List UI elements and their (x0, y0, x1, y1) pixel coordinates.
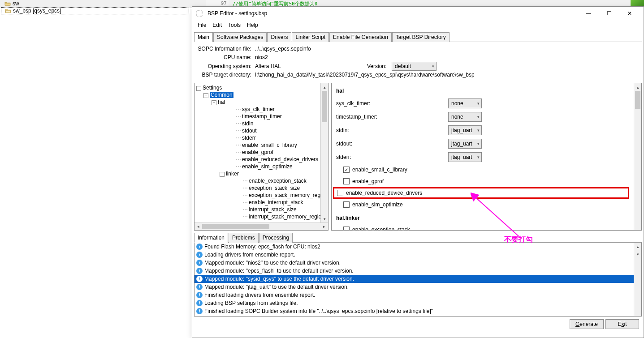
collapse-icon[interactable]: − (220, 172, 225, 177)
log-row[interactable]: iMapped module: "jtag_uart" to use the d… (194, 283, 634, 291)
property-row: timestamp_timer:none (336, 110, 629, 124)
checkbox[interactable] (343, 167, 350, 173)
info-icon: i (196, 308, 203, 314)
tree-leaf[interactable]: ⋯enable_interrupt_stack (195, 199, 320, 206)
log-row[interactable]: iLoading drivers from ensemble report. (194, 251, 634, 259)
property-select[interactable]: jtag_uart (448, 139, 482, 149)
collapse-icon[interactable]: − (196, 86, 201, 91)
generate-button[interactable]: Generate (570, 319, 604, 329)
property-label: timestamp_timer: (336, 114, 448, 120)
tree-node-linker[interactable]: −linker (195, 170, 320, 177)
main-tab-bar: Main Software Packages Drivers Linker Sc… (194, 32, 642, 42)
tree-leaf[interactable]: ⋯stdin (195, 120, 320, 127)
tab-target-bsp-directory[interactable]: Target BSP Directory (392, 32, 450, 42)
log-row[interactable]: iMapped module: "epcs_flash" to use the … (194, 267, 634, 275)
tab-drivers[interactable]: Drivers (267, 32, 291, 42)
checkbox-label: enable_reduced_device_drivers (346, 190, 422, 196)
info-icon: i (196, 244, 203, 250)
settings-tree[interactable]: −Settings −Common −hal ⋯sys_clk_timer⋯ti… (194, 83, 320, 222)
decorative-corner (631, 0, 644, 6)
checkbox[interactable] (343, 201, 350, 208)
log-row[interactable]: iFinished loading drivers from ensemble … (194, 291, 634, 299)
tree-leaf[interactable]: ⋯interrupt_stack_memory_region_n… (195, 213, 320, 220)
log-row[interactable]: iMapped module: "sysid_qsys" to use the … (194, 275, 634, 283)
log-row[interactable]: iFinished loading SOPC Builder system in… (194, 307, 634, 315)
log-row[interactable]: iFound Flash Memory: epcs_flash for CPU:… (194, 243, 634, 251)
tree-leaf[interactable]: ⋯stderr (195, 134, 320, 141)
property-row: stdout:jtag_uart (336, 137, 629, 150)
property-select[interactable]: none (448, 98, 482, 108)
collapse-icon[interactable]: − (212, 100, 216, 105)
title-bar[interactable]: BSP Editor - settings.bsp — ☐ ✕ (192, 7, 644, 20)
tree-node-hal[interactable]: −hal (195, 98, 320, 106)
tab-enable-file-generation[interactable]: Enable File Generation (329, 32, 392, 42)
menu-file[interactable]: File (195, 21, 209, 29)
tab-software-packages[interactable]: Software Packages (213, 32, 267, 42)
project-tree-item[interactable]: sw (1, 0, 189, 7)
project-tree-label: sw (13, 0, 19, 7)
tree-connector-icon: ⋯ (242, 192, 249, 199)
checkbox[interactable] (337, 190, 343, 196)
tab-processing[interactable]: Processing (259, 233, 293, 243)
property-row: stdin:jtag_uart (336, 124, 629, 137)
collapse-icon[interactable]: − (203, 93, 208, 98)
tree-leaf[interactable]: ⋯stdout (195, 127, 320, 134)
tab-linker-script[interactable]: Linker Script (292, 32, 329, 42)
project-tree-item-selected[interactable]: sw_bsp [qsys_epcs] (1, 7, 189, 14)
menu-tools[interactable]: Tools (225, 21, 243, 29)
property-checkbox-row: enable_exception_stack (336, 224, 629, 230)
version-select[interactable]: default (392, 62, 437, 71)
folder-icon (4, 1, 11, 6)
info-icon: i (196, 300, 203, 306)
tree-leaf[interactable]: ⋯timestamp_timer (195, 113, 320, 120)
tab-main[interactable]: Main (194, 32, 213, 42)
property-select[interactable]: jtag_uart (448, 125, 482, 135)
close-button[interactable]: ✕ (619, 7, 640, 20)
vertical-scrollbar[interactable]: ▴ ▾ (320, 83, 328, 222)
menu-edit[interactable]: Edit (210, 21, 225, 29)
tree-leaf[interactable]: ⋯exception_stack_memory_region_… (195, 192, 320, 199)
log-content[interactable]: iFound Flash Memory: epcs_flash for CPU:… (194, 243, 634, 316)
tree-connector-icon: ⋯ (236, 163, 242, 170)
tab-problems[interactable]: Problems (229, 233, 259, 243)
project-tree: sw sw_bsp [qsys_epcs] (1, 0, 189, 14)
tree-leaf[interactable]: ⋯interrupt_stack_size (195, 206, 320, 213)
vertical-scrollbar[interactable]: ▴ ▾ (634, 83, 641, 230)
checkbox[interactable] (343, 178, 350, 184)
tab-information[interactable]: Information (194, 233, 228, 243)
menu-help[interactable]: Help (244, 21, 261, 29)
hal-header: hal (336, 88, 629, 94)
log-row[interactable]: iMapped module: "nios2" to use the defau… (194, 259, 634, 267)
minimize-button[interactable]: — (578, 7, 599, 20)
property-select[interactable]: jtag_uart (448, 152, 482, 162)
tree-leaf[interactable]: ⋯enable_sim_optimize (195, 163, 320, 170)
bsp-editor-window: BSP Editor - settings.bsp — ☐ ✕ File Edi… (192, 6, 644, 338)
tree-node-settings[interactable]: −Settings (195, 84, 320, 91)
property-checkbox-row: enable_gprof (336, 175, 629, 187)
log-message: Finished loading drivers from ensemble r… (204, 292, 315, 298)
exit-button[interactable]: Exit (605, 319, 639, 329)
tree-connector-icon: ⋯ (236, 120, 242, 127)
property-row: stderr:jtag_uart (336, 150, 629, 164)
checkbox[interactable] (343, 227, 350, 230)
property-value: jtag_uart (451, 154, 472, 160)
settings-tree-panel: −Settings −Common −hal ⋯sys_clk_timer⋯ti… (194, 83, 328, 231)
window-title: BSP Editor - settings.bsp (207, 10, 578, 17)
log-message: Loading BSP settings from settings file. (204, 300, 298, 306)
log-row[interactable]: iLoading BSP settings from settings file… (194, 299, 634, 307)
property-select[interactable]: none (448, 112, 482, 122)
os-label: Operating system: (197, 62, 255, 71)
maximize-button[interactable]: ☐ (599, 7, 619, 20)
tree-leaf[interactable]: ⋯enable_small_c_library (195, 141, 320, 149)
tree-node-common[interactable]: −Common (195, 91, 320, 98)
tree-leaf[interactable]: ⋯exception_stack_size (195, 184, 320, 192)
version-value: default (395, 62, 411, 71)
property-label: sys_clk_timer: (336, 100, 448, 107)
tree-leaf[interactable]: ⋯sys_clk_timer (195, 106, 320, 113)
vertical-scrollbar[interactable]: ▴ ▾ (634, 243, 641, 316)
tree-leaf[interactable]: ⋯enable_exception_stack (195, 177, 320, 184)
tree-leaf[interactable]: ⋯enable_reduced_device_drivers (195, 156, 320, 163)
tree-leaf[interactable]: ⋯enable_gprof (195, 149, 320, 156)
tree-connector-icon: ⋯ (242, 177, 249, 184)
horizontal-scrollbar[interactable]: ◂ ▸ (194, 222, 328, 230)
